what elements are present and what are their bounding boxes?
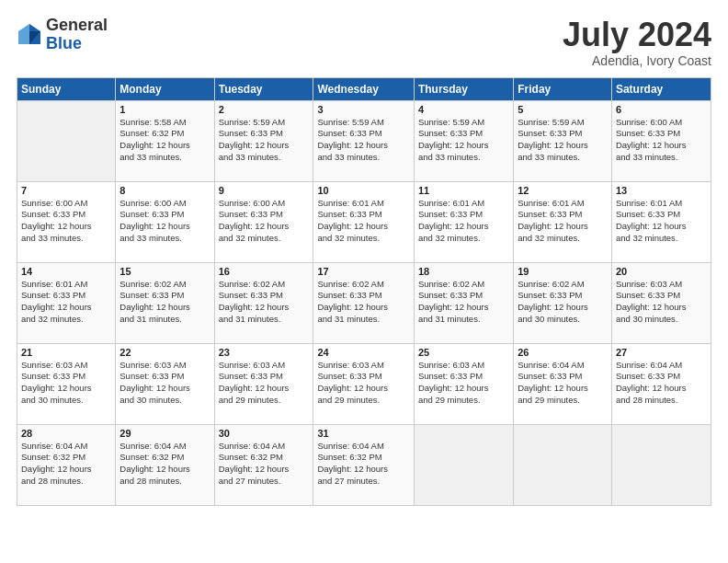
day-number: 17 <box>317 266 409 277</box>
calendar-cell: 15Sunrise: 6:02 AM Sunset: 6:33 PM Dayli… <box>116 262 214 343</box>
day-number: 20 <box>616 266 707 277</box>
day-info: Sunrise: 6:00 AM Sunset: 6:33 PM Dayligh… <box>21 198 111 245</box>
calendar-cell: 17Sunrise: 6:02 AM Sunset: 6:33 PM Dayli… <box>313 262 414 343</box>
day-info: Sunrise: 6:02 AM Sunset: 6:33 PM Dayligh… <box>418 279 509 326</box>
calendar-cell: 7Sunrise: 6:00 AM Sunset: 6:33 PM Daylig… <box>17 181 116 262</box>
day-info: Sunrise: 6:02 AM Sunset: 6:33 PM Dayligh… <box>119 279 210 326</box>
day-info: Sunrise: 5:59 AM Sunset: 6:33 PM Dayligh… <box>518 117 608 164</box>
calendar-cell: 27Sunrise: 6:04 AM Sunset: 6:33 PM Dayli… <box>611 343 711 424</box>
title-block: July 2024 Adendia, Ivory Coast <box>563 17 711 68</box>
calendar-cell: 16Sunrise: 6:02 AM Sunset: 6:33 PM Dayli… <box>214 262 313 343</box>
calendar-header-tuesday: Tuesday <box>214 77 313 100</box>
calendar-cell: 8Sunrise: 6:00 AM Sunset: 6:33 PM Daylig… <box>116 181 214 262</box>
day-number: 4 <box>418 104 509 115</box>
day-info: Sunrise: 6:01 AM Sunset: 6:33 PM Dayligh… <box>616 198 707 245</box>
calendar-header-thursday: Thursday <box>414 77 513 100</box>
day-info: Sunrise: 6:01 AM Sunset: 6:33 PM Dayligh… <box>518 198 608 245</box>
day-number: 13 <box>616 185 707 196</box>
day-number: 5 <box>518 104 608 115</box>
day-number: 15 <box>119 266 210 277</box>
day-number: 1 <box>119 104 210 115</box>
logo-general: General <box>46 17 108 35</box>
day-info: Sunrise: 6:04 AM Sunset: 6:32 PM Dayligh… <box>21 441 111 488</box>
day-number: 18 <box>418 266 509 277</box>
calendar-cell <box>611 424 711 505</box>
calendar: SundayMondayTuesdayWednesdayThursdayFrid… <box>17 77 711 506</box>
calendar-cell: 20Sunrise: 6:03 AM Sunset: 6:33 PM Dayli… <box>611 262 711 343</box>
calendar-cell: 24Sunrise: 6:03 AM Sunset: 6:33 PM Dayli… <box>313 343 414 424</box>
day-info: Sunrise: 6:03 AM Sunset: 6:33 PM Dayligh… <box>219 360 310 407</box>
day-info: Sunrise: 6:03 AM Sunset: 6:33 PM Dayligh… <box>616 279 707 326</box>
calendar-week-1: 1Sunrise: 5:58 AM Sunset: 6:32 PM Daylig… <box>17 100 711 181</box>
calendar-week-3: 14Sunrise: 6:01 AM Sunset: 6:33 PM Dayli… <box>17 262 711 343</box>
day-number: 14 <box>21 266 111 277</box>
calendar-cell: 25Sunrise: 6:03 AM Sunset: 6:33 PM Dayli… <box>414 343 513 424</box>
logo: General Blue <box>17 17 108 53</box>
calendar-cell: 19Sunrise: 6:02 AM Sunset: 6:33 PM Dayli… <box>514 262 612 343</box>
day-number: 24 <box>317 347 409 358</box>
calendar-cell: 6Sunrise: 6:00 AM Sunset: 6:33 PM Daylig… <box>611 100 711 181</box>
day-info: Sunrise: 6:01 AM Sunset: 6:33 PM Dayligh… <box>21 279 111 326</box>
main-title: July 2024 <box>563 17 711 53</box>
calendar-cell: 26Sunrise: 6:04 AM Sunset: 6:33 PM Dayli… <box>514 343 612 424</box>
calendar-header-monday: Monday <box>116 77 214 100</box>
svg-marker-1 <box>18 24 29 44</box>
day-info: Sunrise: 6:03 AM Sunset: 6:33 PM Dayligh… <box>317 360 409 407</box>
day-info: Sunrise: 6:03 AM Sunset: 6:33 PM Dayligh… <box>21 360 111 407</box>
day-number: 9 <box>219 185 310 196</box>
day-info: Sunrise: 6:04 AM Sunset: 6:32 PM Dayligh… <box>317 441 409 488</box>
calendar-cell: 10Sunrise: 6:01 AM Sunset: 6:33 PM Dayli… <box>313 181 414 262</box>
day-number: 25 <box>418 347 509 358</box>
day-number: 26 <box>518 347 608 358</box>
calendar-cell <box>514 424 612 505</box>
day-info: Sunrise: 6:01 AM Sunset: 6:33 PM Dayligh… <box>317 198 409 245</box>
day-info: Sunrise: 6:04 AM Sunset: 6:33 PM Dayligh… <box>616 360 707 407</box>
day-number: 29 <box>119 428 210 439</box>
calendar-cell: 22Sunrise: 6:03 AM Sunset: 6:33 PM Dayli… <box>116 343 214 424</box>
calendar-cell <box>17 100 116 181</box>
calendar-cell: 14Sunrise: 6:01 AM Sunset: 6:33 PM Dayli… <box>17 262 116 343</box>
logo-text: General Blue <box>46 17 108 53</box>
day-info: Sunrise: 5:59 AM Sunset: 6:33 PM Dayligh… <box>418 117 509 164</box>
calendar-cell: 23Sunrise: 6:03 AM Sunset: 6:33 PM Dayli… <box>214 343 313 424</box>
calendar-week-2: 7Sunrise: 6:00 AM Sunset: 6:33 PM Daylig… <box>17 181 711 262</box>
day-number: 28 <box>21 428 111 439</box>
day-info: Sunrise: 5:58 AM Sunset: 6:32 PM Dayligh… <box>119 117 210 164</box>
day-number: 19 <box>518 266 608 277</box>
day-number: 6 <box>616 104 707 115</box>
calendar-cell: 4Sunrise: 5:59 AM Sunset: 6:33 PM Daylig… <box>414 100 513 181</box>
day-number: 12 <box>518 185 608 196</box>
calendar-header-wednesday: Wednesday <box>313 77 414 100</box>
calendar-cell: 12Sunrise: 6:01 AM Sunset: 6:33 PM Dayli… <box>514 181 612 262</box>
calendar-cell: 1Sunrise: 5:58 AM Sunset: 6:32 PM Daylig… <box>116 100 214 181</box>
calendar-cell: 2Sunrise: 5:59 AM Sunset: 6:33 PM Daylig… <box>214 100 313 181</box>
calendar-header-sunday: Sunday <box>17 77 116 100</box>
day-number: 21 <box>21 347 111 358</box>
subtitle: Adendia, Ivory Coast <box>563 53 711 68</box>
day-number: 10 <box>317 185 409 196</box>
day-info: Sunrise: 6:02 AM Sunset: 6:33 PM Dayligh… <box>317 279 409 326</box>
calendar-cell: 30Sunrise: 6:04 AM Sunset: 6:32 PM Dayli… <box>214 424 313 505</box>
day-number: 31 <box>317 428 409 439</box>
calendar-header-friday: Friday <box>514 77 612 100</box>
day-info: Sunrise: 6:03 AM Sunset: 6:33 PM Dayligh… <box>119 360 210 407</box>
day-number: 7 <box>21 185 111 196</box>
day-info: Sunrise: 6:00 AM Sunset: 6:33 PM Dayligh… <box>119 198 210 245</box>
calendar-week-5: 28Sunrise: 6:04 AM Sunset: 6:32 PM Dayli… <box>17 424 711 505</box>
calendar-week-4: 21Sunrise: 6:03 AM Sunset: 6:33 PM Dayli… <box>17 343 711 424</box>
day-number: 22 <box>119 347 210 358</box>
day-info: Sunrise: 6:04 AM Sunset: 6:32 PM Dayligh… <box>219 441 310 488</box>
calendar-cell: 5Sunrise: 5:59 AM Sunset: 6:33 PM Daylig… <box>514 100 612 181</box>
calendar-cell: 9Sunrise: 6:00 AM Sunset: 6:33 PM Daylig… <box>214 181 313 262</box>
calendar-cell: 11Sunrise: 6:01 AM Sunset: 6:33 PM Dayli… <box>414 181 513 262</box>
day-info: Sunrise: 6:00 AM Sunset: 6:33 PM Dayligh… <box>616 117 707 164</box>
day-info: Sunrise: 6:02 AM Sunset: 6:33 PM Dayligh… <box>518 279 608 326</box>
calendar-cell: 29Sunrise: 6:04 AM Sunset: 6:32 PM Dayli… <box>116 424 214 505</box>
day-info: Sunrise: 5:59 AM Sunset: 6:33 PM Dayligh… <box>219 117 310 164</box>
page: General Blue July 2024 Adendia, Ivory Co… <box>0 0 728 563</box>
day-info: Sunrise: 6:01 AM Sunset: 6:33 PM Dayligh… <box>418 198 509 245</box>
logo-icon <box>17 22 42 48</box>
calendar-cell: 21Sunrise: 6:03 AM Sunset: 6:33 PM Dayli… <box>17 343 116 424</box>
calendar-header-row: SundayMondayTuesdayWednesdayThursdayFrid… <box>17 77 711 100</box>
day-number: 23 <box>219 347 310 358</box>
